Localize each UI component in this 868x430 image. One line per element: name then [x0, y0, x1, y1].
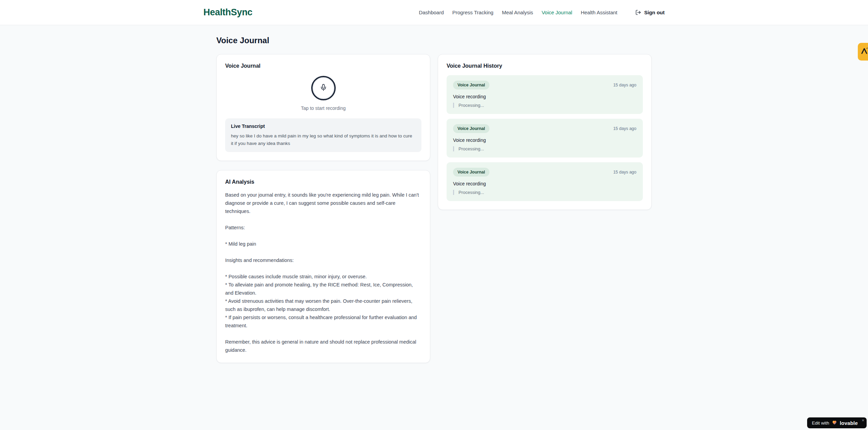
entry-type-badge: Voice Journal — [453, 168, 489, 177]
entry-type-badge: Voice Journal — [453, 124, 489, 133]
right-column: Voice Journal History Voice Journal 15 d… — [438, 54, 652, 210]
nav-item-voice-journal[interactable]: Voice Journal — [541, 10, 572, 15]
edit-badge-prefix: Edit with — [812, 420, 829, 426]
live-transcript-text: hey so like I do have a mild pain in my … — [231, 132, 416, 147]
entry-status: Processing... — [453, 146, 636, 151]
brand-logo[interactable]: HealthSync — [203, 7, 252, 18]
edit-with-lovable-badge[interactable]: Edit with lovable × — [807, 417, 867, 428]
lambda-logo-icon — [860, 47, 868, 56]
entry-type-badge: Voice Journal — [453, 81, 489, 89]
record-button[interactable] — [311, 76, 336, 100]
main-nav: Dashboard Progress Tracking Meal Analysi… — [419, 10, 665, 15]
entry-title: Voice recording — [453, 137, 636, 143]
ai-analysis-card: AI Analysis Based on your journal entry,… — [216, 170, 430, 363]
voice-journal-history-card: Voice Journal History Voice Journal 15 d… — [438, 54, 652, 210]
voice-journal-card: Voice Journal Tap to start recording — [216, 54, 430, 161]
history-entry[interactable]: Voice Journal 15 days ago Voice recordin… — [447, 75, 643, 114]
ai-analysis-body: Based on your journal entry, it sounds l… — [225, 191, 421, 354]
ai-analysis-title: AI Analysis — [225, 179, 421, 185]
sign-out-button[interactable]: Sign out — [635, 10, 665, 15]
edit-badge-brand: lovable — [840, 420, 858, 426]
top-navbar: HealthSync Dashboard Progress Tracking M… — [0, 0, 868, 25]
entry-timestamp: 15 days ago — [613, 170, 636, 175]
entry-title: Voice recording — [453, 94, 636, 99]
entry-title: Voice recording — [453, 181, 636, 186]
sign-out-label: Sign out — [644, 10, 665, 15]
live-transcript-title: Live Transcript — [231, 123, 416, 129]
page-content: Voice Journal Voice Journal — [216, 25, 652, 363]
live-transcript-panel: Live Transcript hey so like I do have a … — [225, 118, 421, 152]
log-out-icon — [635, 10, 641, 15]
side-extension-button[interactable] — [858, 43, 868, 61]
entry-timestamp: 15 days ago — [613, 83, 636, 87]
tap-to-record-hint: Tap to start recording — [301, 105, 346, 111]
voice-journal-card-title: Voice Journal — [225, 63, 421, 69]
history-card-title: Voice Journal History — [447, 63, 643, 69]
history-list: Voice Journal 15 days ago Voice recordin… — [447, 75, 643, 201]
nav-item-progress-tracking[interactable]: Progress Tracking — [452, 10, 494, 15]
history-entry[interactable]: Voice Journal 15 days ago Voice recordin… — [447, 162, 643, 201]
microphone-icon — [320, 84, 327, 93]
close-icon[interactable]: × — [862, 418, 864, 423]
heart-gradient-icon — [832, 419, 837, 427]
history-entry[interactable]: Voice Journal 15 days ago Voice recordin… — [447, 119, 643, 158]
nav-item-dashboard[interactable]: Dashboard — [419, 10, 444, 15]
entry-timestamp: 15 days ago — [613, 126, 636, 131]
nav-item-meal-analysis[interactable]: Meal Analysis — [502, 10, 533, 15]
left-column: Voice Journal Tap to start recording — [216, 54, 430, 363]
page-title: Voice Journal — [216, 36, 652, 45]
entry-status: Processing... — [453, 103, 636, 108]
nav-item-health-assistant[interactable]: Health Assistant — [581, 10, 617, 15]
entry-status: Processing... — [453, 190, 636, 195]
